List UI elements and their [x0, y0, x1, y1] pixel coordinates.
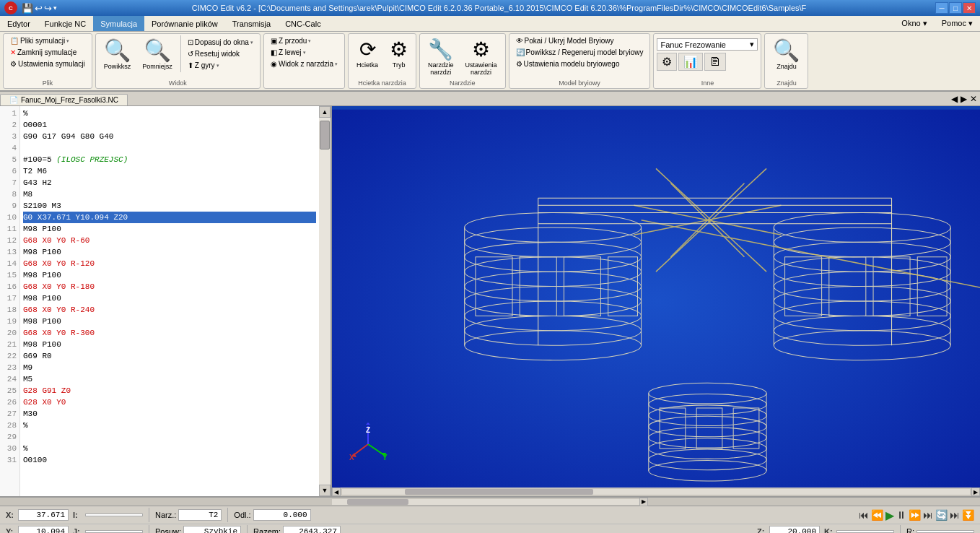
code-line: G28 X0 Y0	[23, 396, 316, 408]
3d-viewport[interactable]: Y X Z X Y Z ◀	[332, 106, 980, 496]
inne-icon3[interactable]: 🖹	[704, 53, 726, 71]
j-label: J:	[73, 527, 83, 534]
resetuj-widok-button[interactable]: ↺ Resetuj widok	[184, 48, 257, 59]
pliki-symulacji-button[interactable]: 📋 Pliki symulacji ▾	[6, 35, 89, 46]
razem-group: Razem: 2643.327	[253, 526, 341, 534]
play-pause-button[interactable]: ⏸	[896, 509, 906, 521]
inne-icon1[interactable]: ⚙	[657, 53, 677, 71]
hscroll-right[interactable]: ▶	[971, 488, 980, 496]
top-scroll-thumb[interactable]	[347, 499, 408, 505]
scroll-down-button[interactable]: ▼	[319, 485, 331, 496]
menu-transmisja[interactable]: Transmisja	[225, 16, 278, 31]
j-coord-group: J:	[73, 527, 143, 534]
menu-edytor[interactable]: Edytor	[0, 16, 38, 31]
powikksz-regeneruj-button[interactable]: 🔄 Powikksz / Regeneruj model bryiowy	[512, 47, 647, 58]
play-play-button[interactable]: ▶	[885, 508, 894, 522]
play-extra2[interactable]: ⏭	[950, 509, 960, 521]
play-start-button[interactable]: ⏮	[859, 509, 869, 521]
razem-value: 2643.327	[283, 526, 341, 534]
ustawienia-narzdzi-button[interactable]: ⚙ Ustawienianarzdzi	[460, 35, 502, 78]
doc-tab-active[interactable]: 📄 Fanuc_Moj_Frez_Fasolki3.NC	[0, 94, 128, 105]
vertical-scrollbar[interactable]: ▲ ▼	[319, 106, 331, 496]
r-group: R:	[906, 527, 974, 534]
undo-icon[interactable]: ↩	[35, 3, 43, 14]
code-line-highlighted: G0 X37.671 Y10.094 Z20	[23, 212, 316, 223]
znajdu-button[interactable]: 🔍 Znajdu	[768, 35, 805, 72]
code-line: M98 P100	[23, 246, 316, 258]
qa-dropdown-icon[interactable]: ▾	[53, 4, 57, 12]
menu-cnc-calc[interactable]: CNC-Calc	[278, 16, 328, 31]
menu-porownanie[interactable]: Porównanie plików	[144, 16, 225, 31]
fanuc-combo[interactable]: Fanuc Frezowanie ▾	[657, 38, 758, 51]
code-text-area[interactable]: % O0001 G90 G17 G94 G80 G40 #100=5 (ILOS…	[20, 106, 319, 496]
nav-left-icon[interactable]: ◀	[951, 94, 958, 104]
r-value	[916, 530, 974, 533]
ribbon-group-inne: Fanuc Frezowanie ▾ ⚙ 📊 🖹 Inne	[653, 33, 761, 89]
ustawienia-symulacji-button[interactable]: ⚙ Ustawienia symulacji	[6, 58, 89, 69]
window-maximize-button[interactable]: □	[949, 2, 962, 14]
play-next-button[interactable]: ⏩	[909, 509, 921, 521]
z-label2: Z:	[757, 527, 767, 534]
tryb-button[interactable]: ⚙ Tryb	[385, 35, 413, 71]
hcietka-button[interactable]: ⟳ Hcietka	[351, 35, 383, 71]
window-close-button[interactable]: ✕	[963, 2, 976, 14]
svg-text:Y: Y	[382, 454, 388, 462]
dopasuj-icon: ⊡	[188, 38, 193, 46]
code-line: M98 P100	[23, 316, 316, 327]
pliki-icon: 📋	[10, 37, 19, 45]
tryb-icon: ⚙	[390, 38, 408, 61]
powikksz-button[interactable]: 🔍 Powikksz	[99, 35, 136, 72]
menu-symulacja[interactable]: Symulacja	[93, 16, 144, 31]
odl-value: 0.000	[253, 509, 311, 521]
menu-okno[interactable]: Okno ▾	[894, 16, 934, 31]
ustawienia-modelu-button[interactable]: ⚙ Ustawienia modelu bryiowego	[512, 58, 647, 69]
z-przodu-button[interactable]: ▣ Z przodu ▾	[267, 35, 341, 46]
dopasuj-do-okna-button[interactable]: ⊡ Dopasuj do okna ▾	[184, 37, 257, 48]
narz-value: T2	[178, 509, 222, 521]
window-minimize-button[interactable]: ─	[935, 2, 948, 14]
scroll-up-button[interactable]: ▲	[319, 106, 331, 118]
play-prev-button[interactable]: ⏪	[871, 509, 883, 521]
ribbon: 📋 Pliki symulacji ▾ ✕ Zamknij symulacje …	[0, 32, 980, 92]
znajdu-icon: 🔍	[773, 38, 800, 63]
widok-z-narzdzia-button[interactable]: ◉ Widok z narzdzia ▾	[267, 58, 341, 69]
nav-right-icon[interactable]: ▶	[961, 94, 967, 104]
redo-icon[interactable]: ↪	[44, 3, 52, 14]
scroll-thumb[interactable]	[320, 121, 330, 150]
play-controls: ⏮ ⏪ ▶ ⏸ ⏩ ⏭ 🔄 ⏭ ⏬	[859, 508, 974, 522]
inne-icon2[interactable]: 📊	[678, 53, 703, 71]
hscroll-thumb[interactable]	[405, 489, 593, 495]
zamknij-symulacje-button[interactable]: ✕ Zamknij symulacje	[6, 47, 89, 58]
z-gyry-icon: ⬆	[188, 61, 193, 69]
narz-label: Narz.:	[155, 511, 176, 519]
line-numbers: 123 456 789 101112 131415 161718 192021 …	[0, 106, 20, 496]
z-gyry-button[interactable]: ⬆ Z gyry ▾	[184, 60, 257, 71]
play-end-button[interactable]: ⏭	[923, 509, 933, 521]
menu-pomoc[interactable]: Pomoc ▾	[935, 16, 980, 31]
narzdzie-icon: 🔧	[428, 38, 453, 61]
pomniejsz-button[interactable]: 🔎 Pomniejsz	[137, 35, 178, 72]
viewport-svg: Y X Z	[332, 106, 980, 496]
pokaz-ukryj-button[interactable]: 👁 Pokai / Ukryj Model Bryiowy	[512, 35, 647, 46]
code-line: M9	[23, 362, 316, 373]
ribbon-group-narzdzie: 🔧 Narzdzienarzdzi ⚙ Ustawienianarzdzi Na…	[419, 33, 506, 89]
ribbon-group-plik: 📋 Pliki symulacji ▾ ✕ Zamknij symulacje …	[3, 33, 92, 89]
play-extra1[interactable]: 🔄	[935, 509, 948, 521]
ribbon-container: 📋 Pliki symulacji ▾ ✕ Zamknij symulacje …	[0, 32, 980, 92]
z-lewej-button[interactable]: ◧ Z lewej ▾	[267, 47, 341, 58]
viewport-top-scroll[interactable]: ▶	[0, 498, 980, 506]
viewport-hscrollbar[interactable]: ◀ ▶	[332, 488, 980, 496]
app-logo: C	[4, 1, 17, 14]
nav-close-icon[interactable]: ✕	[970, 94, 977, 104]
top-scroll-right[interactable]: ▶	[639, 498, 648, 506]
code-line: %	[23, 108, 316, 119]
hscroll-left[interactable]: ◀	[332, 488, 341, 496]
k-value	[836, 530, 894, 533]
menu-funkcje-nc[interactable]: Funkcje NC	[38, 16, 93, 31]
posuw-label: Posuw:	[155, 527, 181, 534]
play-extra3[interactable]: ⏬	[962, 509, 974, 521]
narzdzie-button[interactable]: 🔧 Narzdzienarzdzi	[423, 35, 459, 78]
code-editor: 123 456 789 101112 131415 161718 192021 …	[0, 106, 332, 496]
save-icon[interactable]: 💾	[22, 3, 33, 14]
svg-marker-74	[366, 422, 370, 425]
